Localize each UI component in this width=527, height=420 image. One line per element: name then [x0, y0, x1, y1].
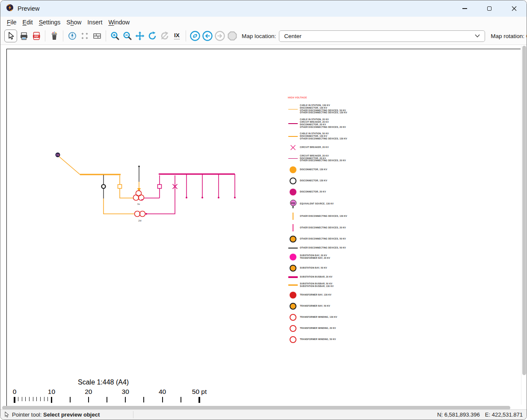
legend-item-label: SUBSTATION BUSBAR, 20 KV [300, 276, 332, 278]
legend-item-label: CABLE IN STATION, 20 KVCIRCUIT BREAKER, … [300, 118, 346, 128]
coordinate-north: N: 6,581,893.396 [437, 411, 480, 418]
legend-symbol-vline [288, 224, 298, 231]
status-tool-name: Select preview object [43, 411, 100, 418]
minimize-icon [462, 8, 467, 9]
selection-handles-button[interactable] [79, 30, 90, 42]
legend-item: TRANSFORMER WINDING, 50 KV [288, 336, 367, 343]
legend-symbol-hline [288, 248, 298, 248]
back-icon [202, 30, 213, 41]
legend-item-label: CABLE IN STATION, 50 KVDISCONNECTOR, 130… [300, 133, 347, 140]
legend-item: OTHER DISCONNECTING DEVICES, 20 KV [288, 224, 367, 231]
pointer-tool-button[interactable] [4, 30, 17, 42]
menu-edit[interactable]: Edit [20, 18, 36, 26]
legend-item: DISCONNECTOR, 130 KV [288, 166, 367, 173]
map-location-value: Center [284, 33, 302, 39]
svg-text:EQ: EQ [56, 154, 59, 156]
zoom-in-button[interactable] [109, 30, 121, 42]
close-button[interactable] [502, 0, 527, 17]
legend-symbol-eq: EQ [288, 200, 298, 208]
toolbar-separator [45, 30, 45, 41]
legend-symbol-hline [288, 109, 298, 110]
ruler-tick [107, 397, 107, 402]
legend-item-label: DISCONNECTOR, 130 KV [300, 180, 327, 182]
compass-button[interactable] [66, 30, 78, 42]
reset-rotation-button[interactable] [159, 30, 170, 42]
rotate-button[interactable] [146, 30, 158, 42]
legend-item-label: TRANSFORMER BAY, 50 KV [300, 305, 330, 308]
legend-item-label: CIRCUIT BREAKER, 20 KVDISCONNECTOR, 20 K… [300, 155, 346, 162]
refresh-button[interactable] [189, 30, 201, 42]
legend-item: TRANSFORMER WINDING, 130 KV [288, 314, 367, 321]
menubar: FileEditSettingsShowInsertWindow [0, 17, 527, 27]
export-pdf-button[interactable]: PDF [30, 30, 42, 42]
legend-item-label: DISCONNECTOR, 130 KV [300, 169, 327, 171]
stop-button[interactable] [226, 30, 238, 42]
toolbar-separator [63, 30, 63, 41]
map-rotation-label: Map rotation: 0.00° [491, 33, 527, 39]
zoom-out-button[interactable] [121, 30, 133, 42]
svg-text:2W: 2W [138, 219, 142, 222]
ruler-tick [36, 397, 37, 401]
minimize-button[interactable] [452, 0, 477, 17]
legend-button[interactable] [91, 30, 103, 42]
legend-item-label: OTHER DISCONNECTING DEVICES, 50 KV [300, 238, 346, 240]
rotate-icon [147, 31, 157, 41]
pointer-status-icon [4, 411, 9, 418]
legend-symbol-circle [288, 236, 298, 243]
refresh-icon [189, 30, 201, 41]
legend-item-label: TRANSFORMER WINDING, 20 KV [300, 327, 336, 330]
vertical-scrollbar-thumb[interactable] [522, 46, 526, 375]
ruler-label: 30 [122, 388, 129, 396]
ruler-tick [162, 397, 163, 402]
preview-canvas[interactable]: EQ3w2W HIGH VOLTAGE CABLE IN STATION, 13… [0, 45, 527, 410]
ruler-label: 10 [48, 388, 55, 396]
selection-handles-icon [80, 31, 89, 41]
ruler-tick [125, 397, 126, 402]
menu-insert[interactable]: Insert [84, 18, 105, 26]
toolbar-separator [186, 30, 186, 41]
ix-button[interactable]: IX [171, 30, 183, 42]
legend-item-label: OTHER DISCONNECTING DEVICES, 50 KV [300, 247, 346, 249]
ruler-tick [70, 397, 71, 402]
maximize-button[interactable] [477, 0, 502, 17]
legend-item-label: DISCONNECTOR, 20 KV [300, 191, 326, 193]
vertical-scrollbar[interactable] [521, 45, 526, 405]
zoom-out-icon [122, 31, 133, 41]
window-title: Preview [18, 5, 40, 12]
statusbar: Pointer tool: Select preview object N: 6… [0, 409, 527, 420]
schematic-diagram: EQ3w2W [0, 45, 527, 410]
menu-settings[interactable]: Settings [36, 18, 64, 26]
forward-button[interactable] [214, 30, 225, 42]
preview-window: Preview FileEditSettingsShowInsertWindow [0, 0, 527, 420]
menu-window[interactable]: Window [105, 18, 133, 26]
legend: HIGH VOLTAGE CABLE IN STATION, 130 KVDIS… [288, 96, 367, 347]
map-location-select[interactable]: Center [279, 30, 485, 42]
legend-item: SUBSTATION BAY, 50 KV [288, 265, 367, 272]
delete-button[interactable] [48, 30, 60, 42]
scale-bar: Scale 1:448 (A4) 01020304050 pt [0, 379, 240, 406]
legend-symbol-circle [288, 303, 298, 310]
ruler-label: 40 [159, 388, 166, 396]
pan-icon [135, 31, 145, 41]
legend-item: EQEQUIVALENT SOURCE, 130 KV [288, 200, 367, 208]
status-tool-text: Pointer tool: Select preview object [12, 411, 100, 418]
legend-item-label: TRANSFORMER WINDING, 130 KV [300, 316, 337, 319]
legend-item: CABLE IN STATION, 130 KVDISCONNECTOR, 13… [288, 104, 367, 114]
legend-item: TRANSFORMER WINDING, 20 KV [288, 325, 367, 332]
legend-item: OTHER DISCONNECTING DEVICES, 50 KV [288, 236, 367, 243]
ruler-tick [44, 397, 44, 401]
menu-file[interactable]: File [4, 18, 20, 26]
ruler-tick [181, 397, 181, 402]
back-button[interactable] [201, 30, 213, 42]
legend-symbol-hline [288, 123, 298, 124]
ruler-tick [198, 397, 200, 403]
close-icon [512, 6, 517, 11]
menu-show[interactable]: Show [63, 18, 84, 26]
legend-item-label: OTHER DISCONNECTING DEVICES, 130 KV [300, 215, 347, 218]
pan-button[interactable] [134, 30, 145, 42]
legend-item-label: TRANSFORMER WINDING, 50 KV [300, 338, 336, 341]
legend-symbol-hline-thick [288, 284, 298, 286]
legend-item-label: OTHER DISCONNECTING DEVICES, 20 KV [300, 227, 346, 229]
print-button[interactable] [18, 30, 30, 42]
legend-item-label: SUBSTATION BAY, 20 KVTRANSFORMER BAY, 20… [300, 254, 330, 260]
